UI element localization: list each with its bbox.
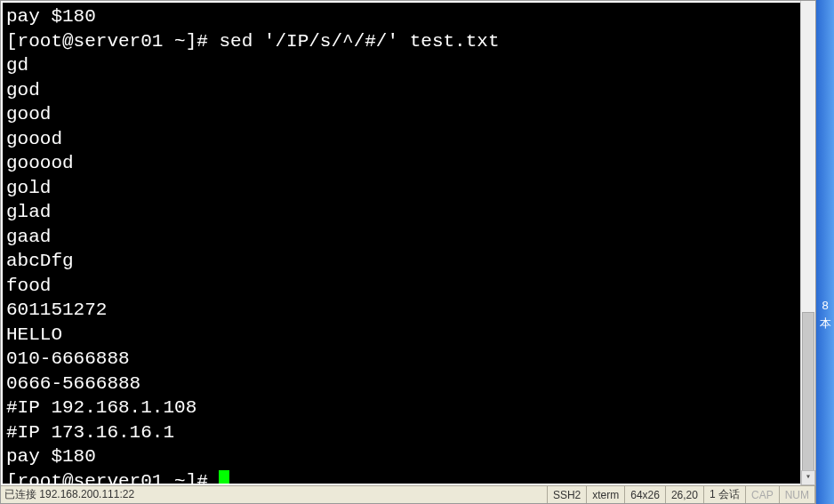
scroll-down-icon[interactable]: ▾ xyxy=(801,470,815,485)
terminal-line: gd xyxy=(6,53,797,78)
vertical-scrollbar[interactable]: ▾ xyxy=(800,1,815,485)
status-sessions: 1 会话 xyxy=(704,486,746,503)
status-pos: 26,20 xyxy=(666,486,704,503)
terminal-line: HELLO xyxy=(6,323,797,348)
terminal-window: pay $180 [root@server01 ~]# sed '/IP/s/^… xyxy=(0,0,816,504)
terminal-line: #IP 192.168.1.108 xyxy=(6,396,797,420)
terminal-line: pay $180 xyxy=(6,4,797,29)
terminal-line: food xyxy=(6,274,797,299)
status-num: NUM xyxy=(780,486,815,503)
terminal-line: gooood xyxy=(6,151,797,176)
status-size: 64x26 xyxy=(625,486,666,503)
terminal-line: gaad xyxy=(6,225,797,250)
side-char: 8 xyxy=(822,297,828,315)
status-term: xterm xyxy=(587,486,625,503)
terminal-line: 010-6666888 xyxy=(6,347,797,372)
terminal-line: 0666-5666888 xyxy=(6,372,797,396)
terminal-line: pay $180 xyxy=(6,444,797,469)
cursor-icon xyxy=(219,470,229,486)
terminal-line: abcDfg xyxy=(6,249,797,274)
terminal-line: goood xyxy=(6,127,797,152)
terminal-line: gold xyxy=(6,176,797,201)
terminal-line: good xyxy=(6,102,797,127)
prompt-text: [root@server01 ~]# xyxy=(6,471,219,486)
terminal-line: 601151272 xyxy=(6,298,797,323)
status-cap: CAP xyxy=(746,486,780,503)
terminal-area: pay $180 [root@server01 ~]# sed '/IP/s/^… xyxy=(1,1,815,485)
right-side-panel: 8 本 xyxy=(816,0,834,504)
terminal-line: god xyxy=(6,78,797,103)
status-connection: 已连接 192.168.200.111:22 xyxy=(1,486,548,503)
status-protocol: SSH2 xyxy=(548,486,587,503)
terminal-output[interactable]: pay $180 [root@server01 ~]# sed '/IP/s/^… xyxy=(1,1,800,485)
terminal-line: [root@server01 ~]# sed '/IP/s/^/#/' test… xyxy=(6,29,797,54)
side-char: 本 xyxy=(820,315,831,332)
terminal-line: glad xyxy=(6,200,797,225)
terminal-line: #IP 173.16.16.1 xyxy=(6,420,797,445)
status-bar: 已连接 192.168.200.111:22 SSH2 xterm 64x26 … xyxy=(1,485,815,503)
scrollbar-thumb[interactable] xyxy=(802,312,814,472)
terminal-prompt-line[interactable]: [root@server01 ~]# xyxy=(6,469,797,486)
